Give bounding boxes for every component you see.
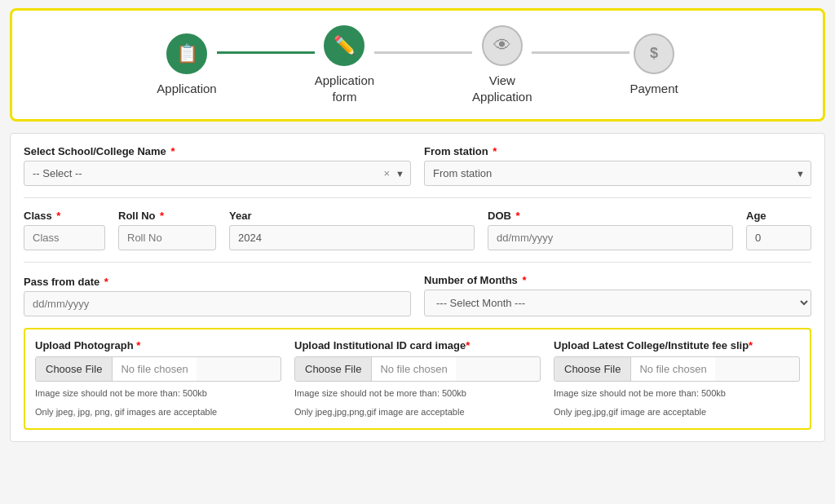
divider-1 [24,197,811,198]
class-group: Class * [24,210,105,250]
passdate-label: Pass from date * [24,276,411,288]
step-view-circle: 👁 [482,25,523,66]
passdate-group: Pass from date * [24,276,411,316]
id-choose-file-btn[interactable]: Choose File [295,357,372,381]
dob-input[interactable] [488,225,733,250]
photo-hint2: Only jpeg, jpg, png, gif images are acce… [35,405,281,419]
photo-hint1: Image size should not be more than: 500k… [35,387,281,400]
upload-fee-group: Upload Latest College/Institute fee slip… [554,339,800,418]
connector-2 [374,51,472,54]
months-group: Number of Months * --- Select Month --- [424,274,811,316]
step-view-label: ViewApplication [472,73,532,104]
from-station-group: From station * From station ▼ [424,145,811,186]
age-label: Age [746,210,811,222]
dob-label: DOB * [488,210,733,222]
row-class-dob: Class * Roll No * Year DOB * Age [24,210,811,250]
photo-file-input-row: Choose File No file chosen [35,356,281,382]
photo-file-name: No file chosen [113,357,196,381]
upload-photo-label: Upload Photograph * [35,339,281,351]
row-passdate-months: Pass from date * Number of Months * --- … [24,274,811,316]
step-application-circle: 📋 [166,33,207,74]
school-select[interactable]: -- Select -- [24,161,411,186]
step-application-form[interactable]: ✏️ Applicationform [315,25,374,104]
rollno-group: Roll No * [118,210,216,250]
passdate-input[interactable] [24,291,411,316]
fee-hint1: Image size should not be more than: 500k… [554,387,800,400]
fee-choose-file-btn[interactable]: Choose File [554,357,631,381]
upload-id-label: Upload Institutional ID card image* [294,339,541,351]
months-select[interactable]: --- Select Month --- [424,290,811,316]
months-label: Number of Months * [424,274,811,286]
station-select-wrapper: From station ▼ [424,161,811,186]
fee-file-input-row: Choose File No file chosen [554,356,800,382]
stepper: 📋 Application ✏️ Applicationform 👁 ViewA… [37,25,798,104]
upload-id-group: Upload Institutional ID card image* Choo… [294,339,541,418]
step-payment-label: Payment [630,81,678,97]
age-input[interactable] [746,225,811,250]
divider-2 [24,262,811,263]
school-clear-icon[interactable]: × [383,167,390,179]
dob-group: DOB * [488,210,733,250]
class-input[interactable] [24,225,105,250]
step-view-application[interactable]: 👁 ViewApplication [472,25,532,104]
connector-1 [217,51,315,54]
school-select-wrapper: -- Select -- × ▼ [24,161,411,186]
year-input[interactable] [229,225,475,250]
upload-photo-group: Upload Photograph * Choose File No file … [35,339,281,418]
connector-3 [532,51,630,54]
class-label: Class * [24,210,105,222]
upload-row: Upload Photograph * Choose File No file … [35,339,800,418]
rollno-input[interactable] [118,225,216,250]
from-station-select[interactable]: From station [424,161,811,186]
age-group: Age [746,210,811,250]
year-group: Year [229,210,475,250]
row-school-station: Select School/College Name * -- Select -… [24,145,811,186]
rollno-label: Roll No * [118,210,216,222]
application-form: Select School/College Name * -- Select -… [10,133,825,442]
id-hint1: Image size should not be more than: 500k… [294,387,541,400]
from-station-label: From station * [424,145,811,157]
year-label: Year [229,210,475,222]
step-application-form-circle: ✏️ [324,25,364,66]
step-application[interactable]: 📋 Application [157,33,216,97]
fee-file-name: No file chosen [631,357,714,381]
school-label: Select School/College Name * [24,145,411,157]
stepper-section: 📋 Application ✏️ Applicationform 👁 ViewA… [10,8,825,122]
step-payment-circle: $ [634,33,674,74]
school-group: Select School/College Name * -- Select -… [24,145,411,186]
upload-section: Upload Photograph * Choose File No file … [24,328,811,430]
id-hint2: Only jpeg,jpg,png,gif image are acceptab… [294,405,541,419]
photo-choose-file-btn[interactable]: Choose File [36,357,113,381]
id-file-input-row: Choose File No file chosen [294,356,541,382]
id-file-name: No file chosen [372,357,455,381]
step-payment[interactable]: $ Payment [630,33,678,97]
step-application-form-label: Applicationform [315,73,374,104]
step-application-label: Application [157,81,216,97]
fee-hint2: Only jpeg,jpg,gif image are acceptable [554,405,800,419]
upload-fee-label: Upload Latest College/Institute fee slip… [554,339,800,351]
